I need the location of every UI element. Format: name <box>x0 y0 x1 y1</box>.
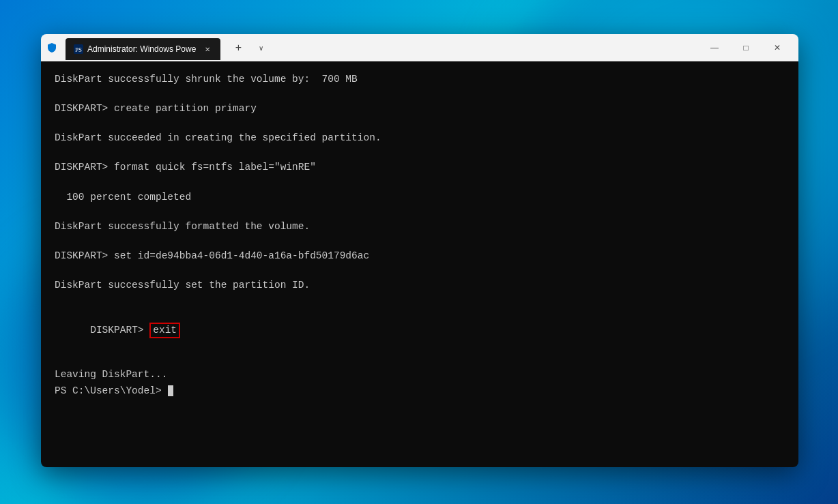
term-line-9: 100 percent completed <box>55 190 785 205</box>
term-exit-line: DISKPART> exit <box>55 308 785 353</box>
titlebar: PS Administrator: Windows Powe ✕ + ∨ — □… <box>41 34 798 61</box>
terminal-window: PS Administrator: Windows Powe ✕ + ∨ — □… <box>41 34 798 467</box>
term-line-15: DiskPart successfully set the partition … <box>55 278 785 293</box>
term-line-1: DiskPart successfully shrunk the volume … <box>55 72 785 87</box>
titlebar-controls: — □ ✕ <box>699 37 793 59</box>
exit-command: exit <box>149 323 180 338</box>
exit-prompt: DISKPART> <box>90 325 149 336</box>
shield-icon <box>46 42 57 53</box>
powershell-tab-icon: PS <box>74 44 83 54</box>
active-tab[interactable]: PS Administrator: Windows Powe ✕ <box>66 38 220 60</box>
term-ps-line: PS C:\Users\Yodel> <box>55 384 785 399</box>
term-line-13: DISKPART> set id=de94bba4-06d1-4d40-a16a… <box>55 249 785 264</box>
term-line-2 <box>55 89 785 100</box>
terminal-body[interactable]: DiskPart successfully shrunk the volume … <box>41 61 798 467</box>
term-leaving-line: Leaving DiskPart... <box>55 368 785 383</box>
tab-dropdown-button[interactable]: ∨ <box>253 40 268 55</box>
term-line-12 <box>55 235 785 247</box>
maximize-button[interactable]: □ <box>730 37 762 59</box>
minimize-button[interactable]: — <box>699 37 730 59</box>
tab-close-button[interactable]: ✕ <box>203 44 212 54</box>
term-line-10 <box>55 206 785 218</box>
titlebar-left: PS Administrator: Windows Powe ✕ + ∨ <box>46 35 699 60</box>
term-line-8 <box>55 177 785 188</box>
svg-text:PS: PS <box>75 46 82 53</box>
close-button[interactable]: ✕ <box>762 37 793 59</box>
term-line-17 <box>55 354 785 366</box>
tab-title: Administrator: Windows Powe <box>87 44 196 54</box>
term-line-5: DiskPart succeeded in creating the speci… <box>55 131 785 146</box>
term-line-3: DISKPART> create partition primary <box>55 102 785 117</box>
term-line-4 <box>55 118 785 130</box>
term-line-11: DiskPart successfully formatted the volu… <box>55 220 785 235</box>
term-line-14 <box>55 265 785 277</box>
term-line-7: DISKPART> format quick fs=ntfs label="wi… <box>55 160 785 175</box>
term-line-6 <box>55 147 785 159</box>
term-line-16 <box>55 295 785 306</box>
new-tab-button[interactable]: + <box>229 38 248 57</box>
terminal-cursor <box>168 385 173 396</box>
